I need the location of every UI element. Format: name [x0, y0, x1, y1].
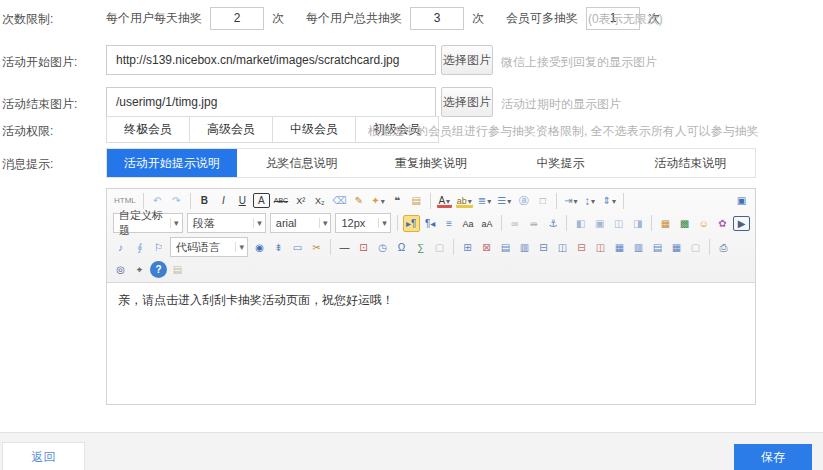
custom-title-select-value: 自定义标题 — [119, 208, 167, 238]
member-group-senior[interactable]: 高级会员 — [189, 116, 273, 143]
paragraph-select[interactable]: 段落▾ — [187, 213, 266, 233]
template-button[interactable]: ▢ — [431, 239, 448, 256]
tab-end-note[interactable]: 活动结束说明 — [625, 149, 755, 177]
paste-word-button[interactable]: ▤ — [408, 192, 425, 209]
line-height-button[interactable]: ⇕▾ — [601, 192, 618, 209]
redo-button[interactable]: ↷ — [168, 192, 185, 209]
ordered-list-button[interactable]: ≣▾ — [476, 192, 493, 209]
insert-table-button[interactable]: ⊞ — [459, 239, 476, 256]
start-image-pick-button[interactable]: 选择图片 — [441, 45, 493, 75]
find-replace-button[interactable]: ⌖ — [131, 261, 148, 278]
drafts-button[interactable]: ▤ — [169, 261, 186, 278]
first-line-indent-button[interactable]: ≡ — [441, 215, 458, 232]
tab-repeat-draw[interactable]: 重复抽奖说明 — [366, 149, 496, 177]
baidu-app-button[interactable]: ◉ — [251, 239, 268, 256]
fullscreen-button[interactable]: ▣ — [733, 192, 750, 209]
to-uppercase-button[interactable]: Aa — [460, 215, 477, 232]
indent-button[interactable]: ⇥▾ — [562, 192, 579, 209]
paragraph-spacing-button[interactable]: ↨▾ — [582, 192, 599, 209]
member-group-ultimate[interactable]: 终极会员 — [106, 116, 190, 143]
ltr-paragraph-button[interactable]: ▸¶ — [403, 215, 420, 232]
new-document-button[interactable]: □ — [534, 192, 551, 209]
tab-redeem-info[interactable]: 兑奖信息说明 — [237, 149, 367, 177]
split-cells-button[interactable]: ▥ — [630, 239, 647, 256]
anchor-button[interactable]: ⚓ — [544, 215, 561, 232]
tab-start-tip[interactable]: 活动开始提示说明 — [107, 149, 237, 177]
table-title-button[interactable]: ▤ — [497, 239, 514, 256]
page-break-button[interactable]: ⇟ — [270, 239, 287, 256]
code-language-select[interactable]: 代码语言▾ — [170, 237, 248, 257]
insert-row-button[interactable]: ⊟ — [535, 239, 552, 256]
daily-draw-input[interactable] — [210, 7, 264, 30]
custom-title-select[interactable]: 自定义标题▾ — [113, 213, 183, 233]
font-family-select[interactable]: arial▾ — [270, 213, 332, 233]
end-image-row: 活动结束图片: 选择图片 活动过期时的显示图片 — [0, 87, 823, 119]
underline-button[interactable]: U — [234, 192, 251, 209]
insert-iframe-button[interactable]: ▭ — [289, 239, 306, 256]
preview-button[interactable]: ◎ — [112, 261, 129, 278]
image-align-left-button[interactable]: ◧ — [572, 215, 589, 232]
insert-time-button[interactable]: ◷ — [374, 239, 391, 256]
undo-button[interactable]: ↶ — [149, 192, 166, 209]
attachment-button[interactable]: ∮ — [131, 239, 148, 256]
total-draw-input[interactable] — [410, 7, 464, 30]
table-title-row-button[interactable]: ▥ — [516, 239, 533, 256]
average-cols-button[interactable]: ▦ — [668, 239, 685, 256]
image-align-right-button[interactable]: ◨ — [629, 215, 646, 232]
special-char-button[interactable]: Ω — [393, 239, 410, 256]
insert-image-button[interactable]: ▦ — [657, 215, 674, 232]
horizontal-rule-button[interactable]: — — [336, 239, 353, 256]
font-color-button[interactable]: A▾ — [436, 192, 453, 209]
format-clear-button[interactable]: ⌫ — [330, 192, 348, 209]
insert-col-button[interactable]: ◫ — [554, 239, 571, 256]
emotion-button[interactable]: ☺ — [695, 215, 712, 232]
merge-cells-button[interactable]: ▦ — [611, 239, 628, 256]
map-button[interactable]: ⚐ — [150, 239, 167, 256]
auto-anchor-button[interactable]: ⓐ — [515, 192, 532, 209]
save-button[interactable]: 保存 — [734, 444, 812, 470]
to-lowercase-button[interactable]: aA — [479, 215, 496, 232]
image-align-inline-button[interactable]: ▣ — [591, 215, 608, 232]
start-image-url-input[interactable] — [106, 45, 436, 75]
bold-button[interactable]: B — [196, 192, 213, 209]
rtl-paragraph-button[interactable]: ¶◂ — [422, 215, 439, 232]
subscript-button[interactable]: X₂ — [311, 192, 328, 209]
back-button[interactable]: 返回 — [2, 442, 85, 470]
tab-win-tip[interactable]: 中奖提示 — [496, 149, 626, 177]
average-rows-button[interactable]: ▤ — [649, 239, 666, 256]
format-painter-button[interactable]: ✎ — [350, 192, 367, 209]
delete-col-button[interactable]: ◫ — [592, 239, 609, 256]
screenshot-button[interactable]: ✂ — [308, 239, 325, 256]
draw-limit-row: 次数限制: 每个用户每天抽奖次每个用户总共抽奖次会员可多抽奖次 (0表示无限次) — [0, 4, 823, 32]
insert-date-button[interactable]: ⊡ — [355, 239, 372, 256]
image-manager-button[interactable]: ▩ — [676, 215, 693, 232]
end-image-pick-button[interactable]: 选择图片 — [441, 87, 493, 117]
music-button[interactable]: ♪ — [112, 239, 129, 256]
strikethrough-button[interactable]: ABC — [272, 192, 290, 209]
italic-button[interactable]: I — [215, 192, 232, 209]
end-image-url-input[interactable] — [106, 87, 436, 117]
print-button[interactable]: ⎙ — [715, 239, 732, 256]
image-align-center-button[interactable]: ◫ — [610, 215, 627, 232]
scrawl-button[interactable]: ✿ — [714, 215, 731, 232]
auto-typeset-button[interactable]: ✦▾ — [369, 192, 386, 209]
formula-button[interactable]: ∑ — [412, 239, 429, 256]
member-group-middle[interactable]: 中级会员 — [272, 116, 356, 143]
unlink-button[interactable]: ∞ — [525, 215, 542, 232]
superscript-button[interactable]: X² — [292, 192, 309, 209]
delete-table-button[interactable]: ⊠ — [478, 239, 495, 256]
blockquote-button[interactable]: ❝ — [389, 192, 406, 209]
font-size-select[interactable]: 12px▾ — [335, 213, 390, 233]
table-template-button[interactable]: ▢ — [687, 239, 704, 256]
unordered-list-button[interactable]: ☰▾ — [495, 192, 513, 209]
help-button[interactable]: ? — [150, 261, 167, 278]
toolbar-separator — [453, 239, 454, 255]
insert-video-button[interactable]: ▶ — [733, 216, 750, 231]
delete-row-button[interactable]: ⊟ — [573, 239, 590, 256]
source-code-button[interactable]: HTML — [112, 192, 138, 209]
editor-content-area[interactable]: 亲，请点击进入刮刮卡抽奖活动页面，祝您好运哦！ — [107, 283, 755, 409]
background-color-button[interactable]: ab▾ — [455, 192, 474, 209]
daily-draw-suffix: 次 — [272, 10, 284, 27]
char-border-button[interactable]: A — [253, 193, 270, 208]
link-button[interactable]: ∞ — [506, 215, 523, 232]
